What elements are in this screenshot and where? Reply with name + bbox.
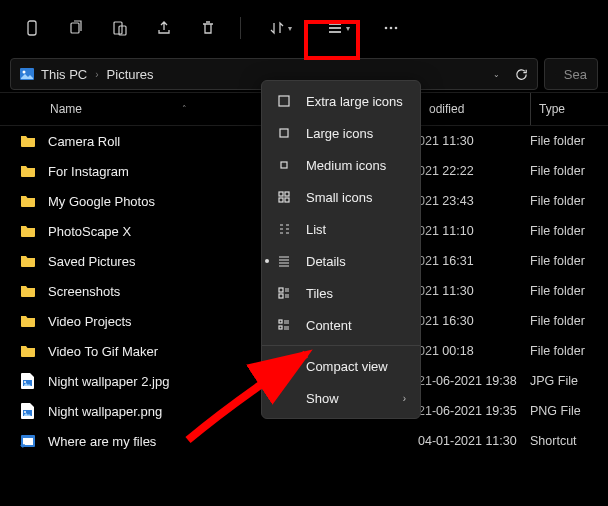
file-type: File folder (530, 224, 585, 238)
menu-item-list[interactable]: List (262, 213, 420, 245)
file-type: File folder (530, 344, 585, 358)
table-row[interactable]: Where are my files04-01-2021 11:30Shortc… (0, 426, 608, 456)
header-name[interactable]: Name (50, 102, 82, 116)
folder-icon (20, 313, 36, 329)
folder-icon (20, 163, 36, 179)
file-modified: 21-06-2021 19:35 (418, 404, 530, 418)
chevron-down-icon[interactable]: ⌄ (493, 70, 500, 79)
square-lg-icon (276, 94, 292, 108)
delete-button[interactable] (190, 10, 226, 46)
svg-rect-1 (71, 23, 79, 33)
more-button[interactable] (371, 10, 411, 46)
pictures-icon (19, 66, 35, 82)
list-lines-icon (276, 254, 292, 268)
file-modified: 021 11:30 (418, 134, 530, 148)
folder-icon (20, 193, 36, 209)
file-type: File folder (530, 134, 585, 148)
file-modified: 021 16:31 (418, 254, 530, 268)
svg-rect-23 (279, 288, 283, 292)
breadcrumb-root[interactable]: This PC (41, 67, 87, 82)
file-modified: 21-06-2021 19:38 (418, 374, 530, 388)
menu-item-show[interactable]: Show› (262, 382, 420, 414)
png-icon (20, 403, 36, 419)
menu-item-sm[interactable]: Small icons (262, 181, 420, 213)
sort-caret-icon: ˄ (182, 104, 187, 114)
svg-point-9 (555, 74, 556, 75)
refresh-icon[interactable] (514, 67, 529, 82)
file-modified: 021 11:30 (418, 284, 530, 298)
menu-item-det[interactable]: Details (262, 245, 420, 277)
svg-point-4 (385, 27, 388, 30)
svg-rect-18 (281, 162, 287, 168)
svg-rect-0 (28, 21, 36, 35)
menu-item-xl[interactable]: Extra large icons (262, 85, 420, 117)
jpg-icon (20, 373, 36, 389)
shortcut-icon (20, 433, 36, 449)
folder-icon (20, 283, 36, 299)
copy-button[interactable] (58, 10, 94, 46)
search-placeholder: Sea (564, 67, 587, 82)
menu-item-lg[interactable]: Large icons (262, 117, 420, 149)
file-modified: 021 11:10 (418, 224, 530, 238)
file-type: File folder (530, 254, 585, 268)
menu-label: Details (306, 254, 346, 269)
header-type[interactable]: Type (539, 102, 565, 116)
sort-icon (269, 20, 285, 36)
menu-item-compact[interactable]: Compact view (262, 350, 420, 382)
content-icon (276, 318, 292, 332)
svg-rect-19 (279, 192, 283, 196)
svg-rect-15 (23, 438, 33, 445)
separator (240, 17, 241, 39)
svg-rect-24 (279, 294, 283, 298)
menu-item-md[interactable]: Medium icons (262, 149, 420, 181)
menu-label: Show (306, 391, 339, 406)
paste-button[interactable] (102, 10, 138, 46)
folder-icon (20, 223, 36, 239)
menu-label: Compact view (306, 359, 388, 374)
breadcrumb-folder[interactable]: Pictures (107, 67, 154, 82)
share-button[interactable] (146, 10, 182, 46)
svg-rect-22 (285, 198, 289, 202)
menu-separator (262, 345, 420, 346)
chevron-down-icon: ▾ (288, 24, 292, 33)
chevron-right-icon: › (95, 69, 98, 80)
svg-point-13 (24, 411, 26, 413)
svg-point-8 (23, 71, 26, 74)
file-type: File folder (530, 194, 585, 208)
file-name: Where are my files (48, 434, 418, 449)
header-modified[interactable]: odified (429, 102, 464, 116)
view-button[interactable]: ▾ (313, 10, 363, 46)
svg-rect-2 (114, 22, 122, 34)
file-modified: 021 22:22 (418, 164, 530, 178)
toolbar: ▾ ▾ (0, 0, 608, 56)
file-modified: 021 23:43 (418, 194, 530, 208)
file-modified: 04-01-2021 11:30 (418, 434, 530, 448)
file-type: File folder (530, 314, 585, 328)
menu-label: List (306, 222, 326, 237)
file-type: JPG File (530, 374, 578, 388)
file-type: File folder (530, 164, 585, 178)
svg-point-5 (390, 27, 393, 30)
square-sm-icon (276, 158, 292, 172)
dots-icon (383, 20, 399, 36)
list-icon (327, 20, 343, 36)
folder-icon (20, 133, 36, 149)
svg-rect-17 (280, 129, 288, 137)
folder-icon (20, 253, 36, 269)
chevron-down-icon: ▾ (346, 24, 350, 33)
sort-button[interactable]: ▾ (255, 10, 305, 46)
svg-rect-25 (279, 320, 282, 323)
new-button[interactable] (14, 10, 50, 46)
list-h-icon (276, 222, 292, 236)
svg-rect-16 (279, 96, 289, 106)
menu-label: Extra large icons (306, 94, 403, 109)
search-input[interactable]: Sea (544, 58, 598, 90)
menu-label: Content (306, 318, 352, 333)
menu-label: Small icons (306, 190, 372, 205)
menu-item-tile[interactable]: Tiles (262, 277, 420, 309)
search-icon (555, 68, 556, 81)
file-type: File folder (530, 284, 585, 298)
menu-item-cont[interactable]: Content (262, 309, 420, 341)
file-type: Shortcut (530, 434, 577, 448)
svg-rect-26 (279, 326, 282, 329)
